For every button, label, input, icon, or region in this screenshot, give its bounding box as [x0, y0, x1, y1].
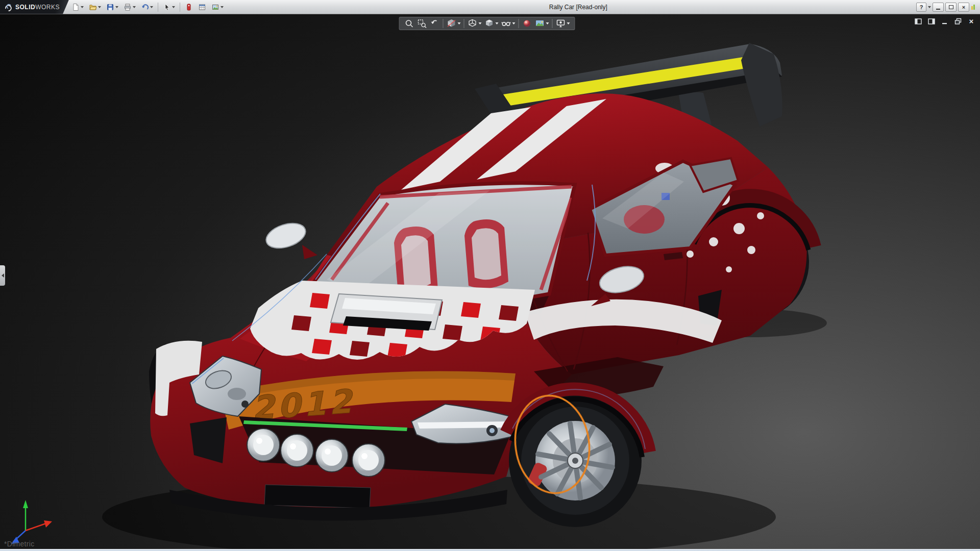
open-button[interactable] — [87, 1, 103, 13]
toolbar-separator — [158, 3, 158, 12]
headsup-separator — [464, 19, 464, 28]
status-bar-edge — [0, 549, 980, 551]
close-document-icon: × — [969, 18, 974, 25]
headsup-view-toolbar — [399, 17, 575, 30]
xpress-products-button[interactable] — [183, 1, 195, 13]
resource-monitor-icon[interactable] — [971, 4, 977, 10]
feature-pane-icon — [914, 17, 922, 26]
license-plate — [264, 485, 371, 508]
new-document-icon — [71, 3, 80, 11]
model-scene[interactable]: 2012 — [0, 14, 980, 551]
dropdown-caret — [512, 22, 516, 24]
dropdown-caret — [81, 6, 84, 8]
dropdown-caret — [98, 6, 101, 8]
minimize-document-button[interactable] — [940, 17, 949, 26]
edit-appearance-button[interactable] — [521, 18, 533, 29]
open-folder-icon — [89, 3, 97, 11]
apply-scene-icon — [535, 18, 545, 29]
hide-show-items-icon — [501, 18, 511, 29]
brand-name: SOLIDWORKS — [15, 4, 60, 11]
maximize-button[interactable] — [945, 3, 957, 12]
hide-show-items-button[interactable] — [500, 18, 517, 29]
viewport[interactable]: × — [0, 14, 980, 551]
select-button[interactable] — [161, 1, 177, 13]
zoom-to-area-icon — [417, 18, 427, 29]
collapse-arrow-icon — [2, 273, 4, 278]
dropdown-caret — [220, 6, 224, 8]
previous-view-button[interactable] — [429, 18, 441, 29]
headsup-separator — [443, 19, 444, 28]
display-pane-icon — [927, 17, 936, 26]
headsup-separator — [519, 19, 519, 28]
display-pane-button[interactable] — [927, 17, 936, 26]
document-window-controls: × — [914, 17, 976, 26]
titlebar: SOLIDWORKS — [0, 0, 980, 14]
screen-options-button[interactable] — [209, 1, 226, 13]
dropdown-caret — [115, 6, 118, 8]
display-style-icon — [484, 18, 495, 29]
panel-collapse-tab[interactable] — [0, 265, 5, 286]
minimize-button[interactable] — [933, 3, 944, 12]
view-settings-button[interactable] — [555, 18, 571, 29]
save-icon — [106, 3, 114, 11]
seat — [464, 219, 508, 288]
dropdown-caret — [458, 22, 461, 24]
view-settings-icon — [556, 18, 566, 29]
previous-view-icon — [430, 18, 440, 29]
new-document-button[interactable] — [69, 1, 86, 13]
select-cursor-icon — [163, 3, 171, 11]
save-button[interactable] — [104, 1, 120, 13]
window-controls: ? × — [916, 3, 980, 12]
section-view-icon — [447, 18, 457, 29]
print-button[interactable] — [121, 1, 138, 13]
dropdown-caret — [479, 22, 482, 24]
dropdown-caret — [496, 22, 499, 24]
restore-document-button[interactable] — [953, 17, 963, 26]
dropdown-caret — [172, 6, 175, 8]
restore-document-icon — [954, 17, 962, 26]
zoom-to-fit-button[interactable] — [403, 18, 415, 29]
window-title: Rally Car [Read-only] — [549, 4, 607, 11]
xpress-products-icon — [185, 3, 193, 11]
dropdown-caret — [567, 22, 570, 24]
3ds-swirl-icon — [4, 3, 12, 11]
minimize-document-icon — [941, 17, 949, 26]
help-button[interactable]: ? — [916, 3, 926, 12]
apply-scene-button[interactable] — [534, 18, 550, 29]
undo-button[interactable] — [139, 1, 155, 13]
dropdown-caret — [133, 6, 136, 8]
view-orientation-icon — [468, 18, 478, 29]
design-table-icon — [198, 3, 206, 11]
screen-options-icon — [211, 3, 219, 11]
help-dropdown-caret[interactable] — [928, 6, 931, 8]
wing-endplate — [741, 43, 782, 127]
side-mirror[interactable] — [263, 219, 317, 259]
toolbar-separator — [180, 3, 180, 12]
reference-triad — [11, 500, 52, 544]
zoom-to-fit-icon — [404, 18, 414, 29]
close-button[interactable]: × — [958, 3, 969, 12]
dropdown-caret — [150, 6, 153, 8]
undo-icon — [141, 3, 149, 11]
solidworks-window: SOLIDWORKS — [0, 0, 980, 551]
edit-appearance-icon — [522, 18, 532, 29]
solidworks-logo: SOLIDWORKS — [0, 0, 69, 14]
close-document-button[interactable]: × — [967, 17, 976, 26]
view-orientation-button[interactable] — [467, 18, 483, 29]
dropdown-caret — [546, 22, 549, 24]
section-view-button[interactable] — [446, 18, 462, 29]
headsup-separator — [552, 19, 553, 28]
zoom-to-area-button[interactable] — [416, 18, 428, 29]
print-icon — [124, 3, 132, 11]
design-table-button[interactable] — [196, 1, 208, 13]
feature-pane-button[interactable] — [914, 17, 923, 26]
hood-scoop — [331, 294, 442, 331]
display-style-button[interactable] — [483, 18, 500, 29]
view-orientation-label: *Dimetric — [4, 540, 34, 548]
